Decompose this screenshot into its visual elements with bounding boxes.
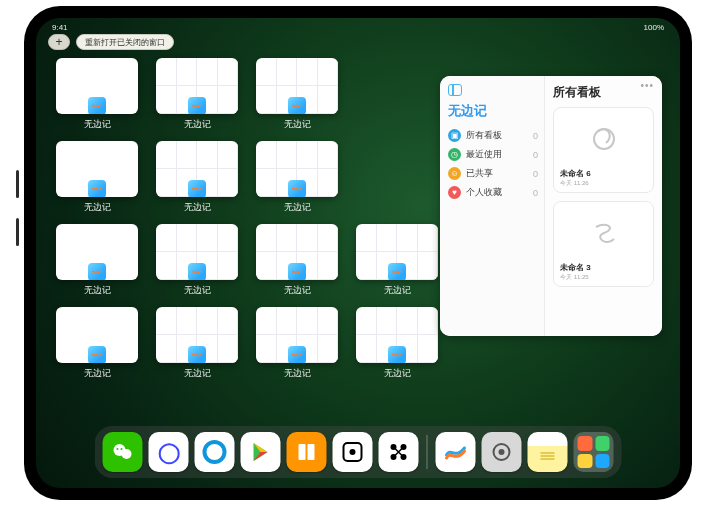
app-window[interactable]: 〰 无边记: [256, 307, 338, 380]
app-window[interactable]: 〰 无边记: [156, 58, 238, 131]
dock-app-qqbrowser[interactable]: [195, 432, 235, 472]
freeform-app-icon: 〰: [288, 97, 306, 114]
gear-icon: [490, 440, 514, 464]
app-window[interactable]: 〰 无边记: [156, 141, 238, 214]
dock-app-library[interactable]: [574, 432, 614, 472]
sidebar-item-all-boards[interactable]: ▣ 所有看板 0: [448, 126, 538, 145]
freeform-app-icon: 〰: [388, 346, 406, 363]
mini-app-icon: [595, 436, 610, 451]
window-controls-icon[interactable]: •••: [640, 80, 654, 91]
freeform-app-icon: 〰: [188, 180, 206, 197]
dock-app-connect[interactable]: [379, 432, 419, 472]
dock-app-dice[interactable]: [333, 432, 373, 472]
app-window[interactable]: 〰 无边记: [156, 307, 238, 380]
sidebar-item-label: 最近使用: [466, 148, 502, 161]
app-window[interactable]: 〰 无边记: [356, 224, 438, 297]
sidebar-item-label: 个人收藏: [466, 186, 502, 199]
board-date: 今天 11:25: [560, 273, 647, 282]
sidebar-item-count: 0: [533, 150, 538, 160]
freeform-app-icon: 〰: [88, 97, 106, 114]
board-card[interactable]: 未命名 6 今天 11:26: [553, 107, 654, 193]
dock-app-wechat[interactable]: [103, 432, 143, 472]
app-label: 无边记: [156, 367, 238, 380]
app-switcher-grid: 〰 无边记 〰 无边记 〰 无边记 〰 无边记 〰 无边记 〰: [56, 58, 436, 380]
mini-app-icon: [578, 454, 593, 469]
reopen-closed-window-button[interactable]: 重新打开已关闭的窗口: [76, 34, 174, 50]
app-label: 无边记: [56, 201, 138, 214]
freeform-app-icon: 〰: [188, 97, 206, 114]
svg-point-4: [121, 448, 123, 450]
app-window[interactable]: 〰 无边记: [256, 224, 338, 297]
person-icon: ☺: [448, 167, 461, 180]
app-label: 无边记: [156, 201, 238, 214]
board-thumbnail: [558, 206, 649, 260]
freeform-preview-window[interactable]: ••• 无边记 ▣ 所有看板 0 ◷ 最近使用 0 ☺ 已共享 0: [440, 76, 662, 336]
dock-app-play[interactable]: [241, 432, 281, 472]
dock-app-settings[interactable]: [482, 432, 522, 472]
board-date: 今天 11:26: [560, 179, 647, 188]
volume-up-button: [16, 170, 19, 198]
mini-app-icon: [578, 436, 593, 451]
play-icon: [250, 441, 272, 463]
dock: ◯: [95, 426, 622, 478]
reopen-label: 重新打开已关闭的窗口: [85, 37, 165, 48]
mini-app-icon: [595, 454, 610, 469]
app-window[interactable]: 〰 无边记: [256, 141, 338, 214]
status-time: 9:41: [52, 23, 68, 32]
ipad-screen: 9:41 100% + 重新打开已关闭的窗口 〰 无边记 〰 无边记 〰: [36, 18, 680, 488]
dice-icon: [342, 441, 364, 463]
freeform-app-icon: 〰: [288, 346, 306, 363]
app-label: 无边记: [356, 284, 438, 297]
notes-icon: [536, 440, 560, 464]
sidebar-item-label: 已共享: [466, 167, 493, 180]
app-label: 无边记: [156, 118, 238, 131]
board-title: 未命名 3: [560, 262, 647, 273]
top-bar: + 重新打开已关闭的窗口: [48, 34, 174, 50]
freeform-app-icon: 〰: [88, 263, 106, 280]
dock-app-books[interactable]: [287, 432, 327, 472]
ipad-frame: 9:41 100% + 重新打开已关闭的窗口 〰 无边记 〰 无边记 〰: [24, 6, 692, 500]
freeform-icon: [444, 440, 468, 464]
app-window[interactable]: 〰 无边记: [356, 307, 438, 380]
svg-rect-6: [299, 444, 306, 460]
app-label: 无边记: [256, 201, 338, 214]
freeform-app-icon: 〰: [288, 180, 306, 197]
status-bar: 9:41 100%: [36, 20, 680, 34]
sidebar-item-favorites[interactable]: ♥ 个人收藏 0: [448, 183, 538, 202]
app-window[interactable]: 〰 无边记: [56, 224, 138, 297]
board-title: 未命名 6: [560, 168, 647, 179]
dock-app-freeform[interactable]: [436, 432, 476, 472]
freeform-app-icon: 〰: [188, 263, 206, 280]
sidebar-title: 无边记: [448, 102, 538, 120]
sidebar-item-recent[interactable]: ◷ 最近使用 0: [448, 145, 538, 164]
status-battery: 100%: [644, 23, 664, 32]
svg-point-9: [350, 449, 356, 455]
sidebar-item-count: 0: [533, 169, 538, 179]
freeform-app-icon: 〰: [188, 346, 206, 363]
svg-rect-7: [308, 444, 315, 460]
board-card[interactable]: 未命名 3 今天 11:25: [553, 201, 654, 287]
app-window[interactable]: 〰 无边记: [256, 58, 338, 131]
qqbrowser-icon: [202, 439, 228, 465]
freeform-sidebar: 无边记 ▣ 所有看板 0 ◷ 最近使用 0 ☺ 已共享 0 ♥: [440, 76, 545, 336]
new-window-button[interactable]: +: [48, 34, 70, 50]
app-label: 无边记: [156, 284, 238, 297]
sidebar-item-shared[interactable]: ☺ 已共享 0: [448, 164, 538, 183]
dock-app-notes[interactable]: [528, 432, 568, 472]
svg-point-5: [205, 442, 225, 462]
folder-icon: ▣: [448, 129, 461, 142]
freeform-app-icon: 〰: [388, 263, 406, 280]
freeform-board-list: 所有看板 未命名 6 今天 11:26 未命名 3: [545, 76, 662, 336]
plus-icon: +: [55, 35, 62, 49]
wechat-icon: [111, 440, 135, 464]
dock-app-quark[interactable]: ◯: [149, 432, 189, 472]
svg-point-15: [499, 449, 505, 455]
app-window[interactable]: 〰 无边记: [56, 58, 138, 131]
app-window[interactable]: 〰 无边记: [156, 224, 238, 297]
dock-separator: [427, 435, 428, 469]
app-window[interactable]: 〰 无边记: [56, 307, 138, 380]
sidebar-toggle-icon[interactable]: [448, 84, 462, 96]
sidebar-item-count: 0: [533, 188, 538, 198]
app-window[interactable]: 〰 无边记: [56, 141, 138, 214]
app-label: 无边记: [56, 284, 138, 297]
